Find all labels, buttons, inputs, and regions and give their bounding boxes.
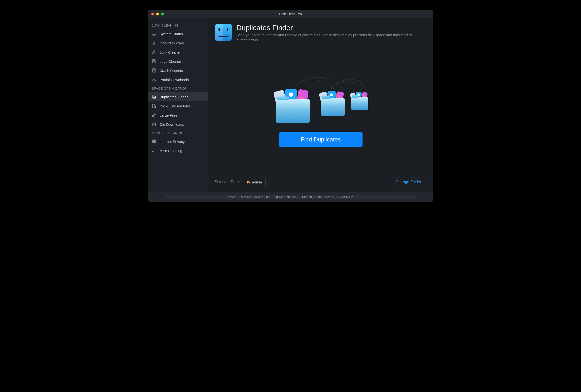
system-info-footer: macOS Catalina Version 10.15.7 (Build 19… — [148, 192, 433, 202]
expand-icon — [151, 113, 156, 118]
sidebar-item-misc-cleaning[interactable]: Misc Cleaning — [148, 146, 208, 155]
inbox-icon — [151, 77, 156, 82]
sidebar-item-partial-downloads[interactable]: Partial Downloads — [148, 75, 208, 84]
svg-rect-4 — [152, 95, 155, 98]
sidebar-item-crash-reports[interactable]: Crash Reports — [148, 66, 208, 75]
sidebar-item-label: Internet Privacy — [160, 140, 185, 144]
sidebar-item-label: Old & Unused Files — [160, 104, 191, 108]
find-duplicates-button[interactable]: Find Duplicates — [279, 132, 362, 147]
file-x-icon — [151, 103, 156, 109]
body: JUNK CLEANING System Status One Click Ca… — [148, 18, 433, 192]
window-title: Disk Clean Pro — [148, 12, 433, 16]
finder-app-icon — [214, 24, 232, 41]
sidebar-item-label: Duplicates Finder — [160, 95, 188, 99]
download-icon — [151, 122, 156, 127]
globe-icon — [151, 139, 156, 144]
sidebar-item-large-files[interactable]: Large Files — [148, 111, 208, 120]
page-header: Duplicates Finder Scan your Mac to ident… — [208, 18, 433, 47]
sidebar-item-label: One Click Care — [160, 41, 184, 45]
page-subtitle: Scan your Mac to identify and remove dup… — [236, 32, 420, 42]
sidebar-item-system-status[interactable]: System Status — [148, 29, 208, 38]
content-area: Find Duplicates — [208, 47, 433, 172]
selected-path-text: admin — [252, 180, 262, 184]
svg-rect-1 — [153, 41, 155, 44]
document-icon — [151, 59, 156, 64]
minimize-window-button[interactable] — [156, 12, 159, 15]
svg-rect-0 — [152, 32, 156, 34]
sidebar-section-manual-cleaning: MANUAL CLEANING — [148, 129, 208, 137]
sidebar-item-one-click-care[interactable]: One Click Care — [148, 38, 208, 47]
folder-illustration — [276, 99, 310, 123]
sidebar-item-label: Large Files — [160, 113, 178, 117]
sidebar-item-label: Junk Cleaner — [160, 50, 181, 54]
sidebar-item-label: Crash Reports — [160, 69, 183, 73]
sidebar-section-junk-cleaning: JUNK CLEANING — [148, 21, 208, 29]
sidebar-item-internet-privacy[interactable]: Internet Privacy — [148, 137, 208, 146]
svg-rect-5 — [153, 96, 156, 98]
sidebar-item-label: Partial Downloads — [160, 78, 189, 82]
page-header-text: Duplicates Finder Scan your Mac to ident… — [236, 24, 420, 42]
change-folder-button[interactable]: Change Folder — [390, 177, 427, 187]
sidebar-item-junk-cleaner[interactable]: Junk Cleaner — [148, 47, 208, 57]
folder-illustration — [321, 98, 345, 116]
page-title: Duplicates Finder — [236, 24, 420, 32]
duplicate-icon — [151, 94, 156, 99]
sidebar-item-logs-cleaner[interactable]: Logs Cleaner — [148, 57, 208, 66]
app-window: Disk Clean Pro JUNK CLEANING System Stat… — [148, 10, 433, 202]
broom-icon — [151, 49, 156, 55]
sidebar-section-space-optimization: SPACE OPTIMIZATION — [148, 84, 208, 92]
selected-path-row: Selected Path: admin Change Folder — [208, 172, 433, 192]
sidebar-item-old-downloads[interactable]: Old Downloads — [148, 120, 208, 129]
sweep-icon — [151, 148, 156, 153]
main-pane: Duplicates Finder Scan your Mac to ident… — [208, 18, 433, 192]
folder-illustration — [351, 97, 368, 110]
duplicates-illustration — [269, 72, 373, 123]
sidebar: JUNK CLEANING System Status One Click Ca… — [148, 18, 208, 192]
titlebar[interactable]: Disk Clean Pro — [148, 10, 433, 18]
sidebar-item-old-unused-files[interactable]: Old & Unused Files — [148, 101, 208, 111]
selected-path-value: admin — [243, 178, 266, 186]
sidebar-item-label: Logs Cleaner — [160, 59, 181, 63]
system-info-text: macOS Catalina Version 10.15.7 (Build 19… — [165, 195, 416, 199]
zoom-window-button[interactable] — [161, 12, 164, 15]
sidebar-item-label: Misc Cleaning — [160, 149, 182, 153]
clipboard-icon — [151, 68, 156, 73]
home-icon — [246, 180, 250, 184]
traffic-lights — [148, 12, 164, 15]
wand-icon — [151, 40, 156, 46]
close-window-button[interactable] — [151, 12, 154, 15]
sidebar-item-label: System Status — [160, 32, 183, 36]
selected-path-label: Selected Path: — [214, 180, 240, 184]
sidebar-item-duplicates-finder[interactable]: Duplicates Finder — [148, 92, 208, 101]
sidebar-item-label: Old Downloads — [160, 122, 184, 127]
monitor-icon — [151, 31, 156, 36]
